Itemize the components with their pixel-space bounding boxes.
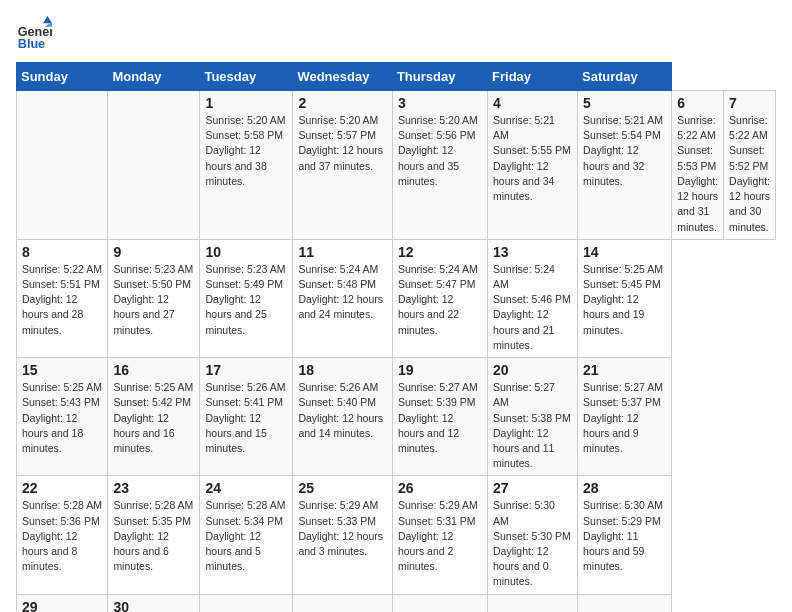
- day-info: Sunrise: 5:28 AMSunset: 5:36 PMDaylight:…: [22, 498, 102, 574]
- calendar-day-cell: 14Sunrise: 5:25 AMSunset: 5:45 PMDayligh…: [578, 239, 672, 357]
- day-number: 12: [398, 244, 482, 260]
- day-number: 2: [298, 95, 387, 111]
- weekday-header-wednesday: Wednesday: [293, 63, 393, 91]
- day-number: 19: [398, 362, 482, 378]
- calendar-day-cell: 22Sunrise: 5:28 AMSunset: 5:36 PMDayligh…: [17, 476, 108, 594]
- page-header: General Blue: [16, 16, 776, 52]
- calendar-week-row: 1Sunrise: 5:20 AMSunset: 5:58 PMDaylight…: [17, 91, 776, 240]
- day-info: Sunrise: 5:23 AMSunset: 5:49 PMDaylight:…: [205, 262, 287, 338]
- calendar-day-cell: 16Sunrise: 5:25 AMSunset: 5:42 PMDayligh…: [108, 358, 200, 476]
- calendar-day-cell: 13Sunrise: 5:24 AMSunset: 5:46 PMDayligh…: [488, 239, 578, 357]
- calendar-day-cell: 20Sunrise: 5:27 AMSunset: 5:38 PMDayligh…: [488, 358, 578, 476]
- svg-text:Blue: Blue: [18, 37, 45, 51]
- calendar-day-cell: 19Sunrise: 5:27 AMSunset: 5:39 PMDayligh…: [392, 358, 487, 476]
- calendar-day-cell: 25Sunrise: 5:29 AMSunset: 5:33 PMDayligh…: [293, 476, 393, 594]
- day-info: Sunrise: 5:20 AMSunset: 5:58 PMDaylight:…: [205, 113, 287, 189]
- day-number: 21: [583, 362, 666, 378]
- calendar-day-cell: 8Sunrise: 5:22 AMSunset: 5:51 PMDaylight…: [17, 239, 108, 357]
- day-number: 8: [22, 244, 102, 260]
- day-number: 26: [398, 480, 482, 496]
- day-number: 28: [583, 480, 666, 496]
- weekday-header-tuesday: Tuesday: [200, 63, 293, 91]
- day-number: 16: [113, 362, 194, 378]
- day-info: Sunrise: 5:25 AMSunset: 5:45 PMDaylight:…: [583, 262, 666, 338]
- calendar-day-cell: 24Sunrise: 5:28 AMSunset: 5:34 PMDayligh…: [200, 476, 293, 594]
- svg-marker-2: [43, 16, 52, 23]
- day-number: 29: [22, 599, 102, 612]
- calendar-week-row: 8Sunrise: 5:22 AMSunset: 5:51 PMDaylight…: [17, 239, 776, 357]
- empty-cell: [17, 91, 108, 240]
- day-info: Sunrise: 5:27 AMSunset: 5:39 PMDaylight:…: [398, 380, 482, 456]
- weekday-header-friday: Friday: [488, 63, 578, 91]
- day-number: 9: [113, 244, 194, 260]
- day-info: Sunrise: 5:21 AMSunset: 5:54 PMDaylight:…: [583, 113, 666, 189]
- day-info: Sunrise: 5:24 AMSunset: 5:46 PMDaylight:…: [493, 262, 572, 353]
- day-number: 25: [298, 480, 387, 496]
- day-number: 17: [205, 362, 287, 378]
- calendar-day-cell: 26Sunrise: 5:29 AMSunset: 5:31 PMDayligh…: [392, 476, 487, 594]
- day-number: 15: [22, 362, 102, 378]
- day-number: 3: [398, 95, 482, 111]
- calendar-day-cell: 4Sunrise: 5:21 AMSunset: 5:55 PMDaylight…: [488, 91, 578, 240]
- calendar-day-cell: 6Sunrise: 5:22 AMSunset: 5:53 PMDaylight…: [672, 91, 724, 240]
- empty-cell: [392, 594, 487, 612]
- logo-icon: General Blue: [16, 16, 52, 52]
- calendar-day-cell: 17Sunrise: 5:26 AMSunset: 5:41 PMDayligh…: [200, 358, 293, 476]
- day-info: Sunrise: 5:27 AMSunset: 5:38 PMDaylight:…: [493, 380, 572, 471]
- day-info: Sunrise: 5:29 AMSunset: 5:33 PMDaylight:…: [298, 498, 387, 559]
- logo: General Blue: [16, 16, 52, 52]
- day-number: 22: [22, 480, 102, 496]
- day-info: Sunrise: 5:28 AMSunset: 5:35 PMDaylight:…: [113, 498, 194, 574]
- day-info: Sunrise: 5:26 AMSunset: 5:41 PMDaylight:…: [205, 380, 287, 456]
- calendar-day-cell: 12Sunrise: 5:24 AMSunset: 5:47 PMDayligh…: [392, 239, 487, 357]
- calendar-day-cell: 29Sunrise: 5:30 AMSunset: 5:28 PMDayligh…: [17, 594, 108, 612]
- calendar-day-cell: 5Sunrise: 5:21 AMSunset: 5:54 PMDaylight…: [578, 91, 672, 240]
- calendar-day-cell: 21Sunrise: 5:27 AMSunset: 5:37 PMDayligh…: [578, 358, 672, 476]
- day-number: 7: [729, 95, 770, 111]
- calendar-day-cell: 27Sunrise: 5:30 AMSunset: 5:30 PMDayligh…: [488, 476, 578, 594]
- calendar-day-cell: 11Sunrise: 5:24 AMSunset: 5:48 PMDayligh…: [293, 239, 393, 357]
- calendar-week-row: 15Sunrise: 5:25 AMSunset: 5:43 PMDayligh…: [17, 358, 776, 476]
- calendar-week-row: 29Sunrise: 5:30 AMSunset: 5:28 PMDayligh…: [17, 594, 776, 612]
- day-info: Sunrise: 5:28 AMSunset: 5:34 PMDaylight:…: [205, 498, 287, 574]
- calendar-day-cell: 10Sunrise: 5:23 AMSunset: 5:49 PMDayligh…: [200, 239, 293, 357]
- calendar-table: SundayMondayTuesdayWednesdayThursdayFrid…: [16, 62, 776, 612]
- empty-cell: [578, 594, 672, 612]
- day-info: Sunrise: 5:21 AMSunset: 5:55 PMDaylight:…: [493, 113, 572, 204]
- day-info: Sunrise: 5:30 AMSunset: 5:30 PMDaylight:…: [493, 498, 572, 589]
- day-info: Sunrise: 5:30 AMSunset: 5:29 PMDaylight:…: [583, 498, 666, 574]
- calendar-day-cell: 23Sunrise: 5:28 AMSunset: 5:35 PMDayligh…: [108, 476, 200, 594]
- day-number: 20: [493, 362, 572, 378]
- calendar-day-cell: 3Sunrise: 5:20 AMSunset: 5:56 PMDaylight…: [392, 91, 487, 240]
- calendar-day-cell: 9Sunrise: 5:23 AMSunset: 5:50 PMDaylight…: [108, 239, 200, 357]
- calendar-day-cell: 7Sunrise: 5:22 AMSunset: 5:52 PMDaylight…: [724, 91, 776, 240]
- day-number: 1: [205, 95, 287, 111]
- weekday-header-row: SundayMondayTuesdayWednesdayThursdayFrid…: [17, 63, 776, 91]
- day-info: Sunrise: 5:25 AMSunset: 5:43 PMDaylight:…: [22, 380, 102, 456]
- day-info: Sunrise: 5:27 AMSunset: 5:37 PMDaylight:…: [583, 380, 666, 456]
- calendar-day-cell: 15Sunrise: 5:25 AMSunset: 5:43 PMDayligh…: [17, 358, 108, 476]
- day-info: Sunrise: 5:25 AMSunset: 5:42 PMDaylight:…: [113, 380, 194, 456]
- empty-cell: [293, 594, 393, 612]
- day-info: Sunrise: 5:29 AMSunset: 5:31 PMDaylight:…: [398, 498, 482, 574]
- empty-cell: [108, 91, 200, 240]
- day-number: 30: [113, 599, 194, 612]
- calendar-week-row: 22Sunrise: 5:28 AMSunset: 5:36 PMDayligh…: [17, 476, 776, 594]
- day-info: Sunrise: 5:22 AMSunset: 5:51 PMDaylight:…: [22, 262, 102, 338]
- day-number: 18: [298, 362, 387, 378]
- day-number: 23: [113, 480, 194, 496]
- weekday-header-monday: Monday: [108, 63, 200, 91]
- calendar-day-cell: 18Sunrise: 5:26 AMSunset: 5:40 PMDayligh…: [293, 358, 393, 476]
- empty-cell: [200, 594, 293, 612]
- day-number: 6: [677, 95, 718, 111]
- weekday-header-saturday: Saturday: [578, 63, 672, 91]
- day-number: 14: [583, 244, 666, 260]
- day-info: Sunrise: 5:24 AMSunset: 5:48 PMDaylight:…: [298, 262, 387, 323]
- day-info: Sunrise: 5:20 AMSunset: 5:57 PMDaylight:…: [298, 113, 387, 174]
- day-number: 27: [493, 480, 572, 496]
- day-info: Sunrise: 5:26 AMSunset: 5:40 PMDaylight:…: [298, 380, 387, 441]
- calendar-day-cell: 28Sunrise: 5:30 AMSunset: 5:29 PMDayligh…: [578, 476, 672, 594]
- weekday-header-sunday: Sunday: [17, 63, 108, 91]
- day-number: 10: [205, 244, 287, 260]
- day-info: Sunrise: 5:24 AMSunset: 5:47 PMDaylight:…: [398, 262, 482, 338]
